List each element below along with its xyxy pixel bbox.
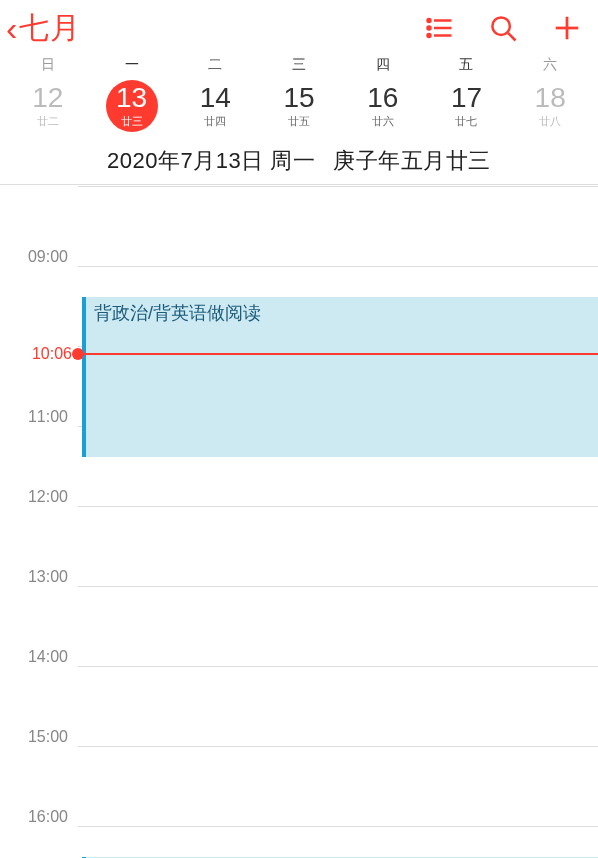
- hour-gridline: [78, 186, 598, 187]
- month-title: 七月: [19, 8, 81, 49]
- date-number: 14: [200, 84, 231, 112]
- current-time-indicator: 10:06: [0, 345, 598, 363]
- weekday-label: 二: [173, 56, 257, 74]
- hour-row: 15:00: [0, 737, 598, 755]
- weekday-label: 六: [508, 56, 592, 74]
- date-number: 18: [535, 84, 566, 112]
- date-number: 15: [283, 84, 314, 112]
- week-dates-row: 12廿二13廿三14廿四15廿五16廿六17廿七18廿八: [0, 74, 598, 142]
- current-time-dot-icon: [72, 348, 84, 360]
- calendar-event[interactable]: 背政治/背英语做阅读: [82, 297, 598, 457]
- hour-gridline: [78, 506, 598, 507]
- date-lunar: 廿五: [288, 114, 310, 129]
- list-icon[interactable]: [424, 13, 454, 43]
- hour-row: 14:00: [0, 657, 598, 675]
- chevron-left-icon: ‹: [6, 11, 17, 45]
- current-time-label: 10:06: [0, 345, 78, 363]
- hour-gridline: [78, 746, 598, 747]
- date-lunar: 廿二: [37, 114, 59, 129]
- header: ‹ 七月: [0, 0, 598, 56]
- date-lunar: 廿六: [372, 114, 394, 129]
- hour-label: 11:00: [0, 408, 78, 426]
- hour-gridline: [78, 586, 598, 587]
- hour-row: 09:00: [0, 257, 598, 275]
- date-cell[interactable]: 16廿六: [341, 80, 425, 132]
- hour-label: 09:00: [0, 248, 78, 266]
- weekday-label: 三: [257, 56, 341, 74]
- hour-gridline: [78, 666, 598, 667]
- date-cell[interactable]: 13廿三: [90, 80, 174, 132]
- date-lunar: 廿三: [121, 114, 143, 129]
- date-lunar: 廿七: [455, 114, 477, 129]
- hour-gridline: [78, 266, 598, 267]
- svg-point-2: [428, 27, 431, 30]
- date-cell[interactable]: 17廿七: [425, 80, 509, 132]
- add-icon[interactable]: [552, 13, 582, 43]
- svg-point-4: [428, 34, 431, 37]
- hour-gridline: [78, 826, 598, 827]
- search-icon[interactable]: [488, 13, 518, 43]
- hour-label: 13:00: [0, 568, 78, 586]
- hour-label: 15:00: [0, 728, 78, 746]
- svg-line-7: [508, 33, 516, 41]
- back-to-month[interactable]: ‹ 七月: [6, 8, 81, 49]
- hour-label: 12:00: [0, 488, 78, 506]
- event-title: 背政治/背英语做阅读: [94, 301, 590, 325]
- date-lunar: 廿四: [204, 114, 226, 129]
- day-timeline[interactable]: 08:0009:0010:0011:0012:0013:0014:0015:00…: [0, 184, 598, 848]
- selected-date-lunar: 庚子年五月廿三: [333, 148, 491, 173]
- date-cell[interactable]: 14廿四: [173, 80, 257, 132]
- date-number: 12: [32, 84, 63, 112]
- weekday-row: 日一二三四五六: [0, 56, 598, 74]
- weekday-label: 一: [90, 56, 174, 74]
- date-lunar: 廿八: [539, 114, 561, 129]
- date-cell[interactable]: 18廿八: [508, 80, 592, 132]
- hour-row: 16:00: [0, 817, 598, 835]
- svg-point-0: [428, 19, 431, 22]
- date-number: 17: [451, 84, 482, 112]
- svg-point-6: [492, 17, 510, 35]
- current-time-line: [84, 353, 598, 355]
- hour-row: 13:00: [0, 577, 598, 595]
- selected-date-gregorian: 2020年7月13日 周一: [107, 148, 315, 173]
- weekday-label: 五: [425, 56, 509, 74]
- hour-row: 08:00: [0, 177, 598, 195]
- date-number: 16: [367, 84, 398, 112]
- hour-label: 16:00: [0, 808, 78, 826]
- weekday-label: 四: [341, 56, 425, 74]
- weekday-label: 日: [6, 56, 90, 74]
- hour-label: 14:00: [0, 648, 78, 666]
- date-cell[interactable]: 15廿五: [257, 80, 341, 132]
- date-cell[interactable]: 12廿二: [6, 80, 90, 132]
- hour-row: 12:00: [0, 497, 598, 515]
- date-number: 13: [116, 84, 147, 112]
